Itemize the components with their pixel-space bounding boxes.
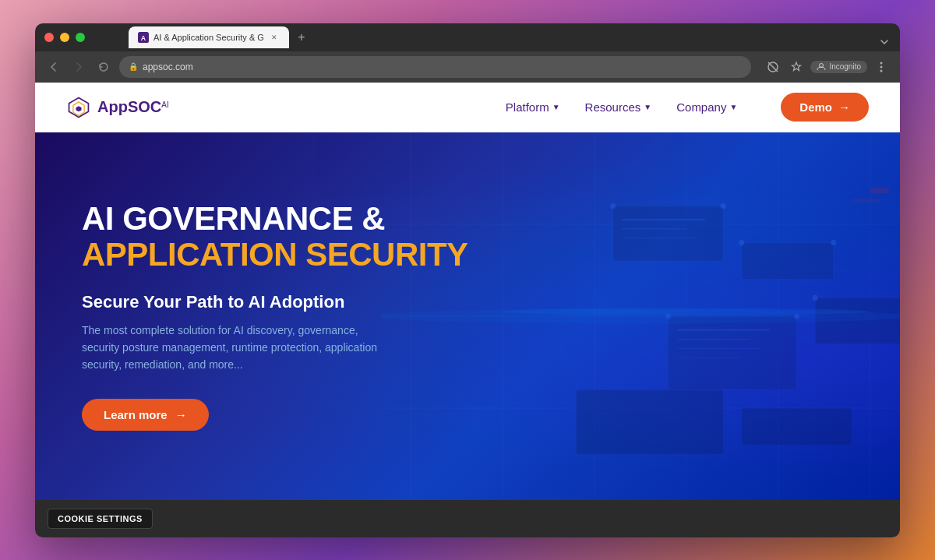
svg-point-6	[880, 65, 883, 68]
browser-window: A AI & Application Security & G ✕ +	[35, 23, 900, 537]
tab-close-button[interactable]: ✕	[269, 32, 280, 43]
tab-title: AI & Application Security & G	[153, 33, 264, 42]
back-button[interactable]	[44, 58, 63, 76]
cookie-settings-button[interactable]: COOKIE SETTINGS	[48, 509, 153, 529]
svg-text:A: A	[141, 33, 146, 41]
logo-sup: AI	[161, 100, 168, 109]
logo-text: AppSOCAI	[97, 98, 169, 116]
title-bar: A AI & Application Security & G ✕ +	[35, 23, 900, 51]
svg-point-40	[813, 294, 818, 300]
cookie-bar: COOKIE SETTINGS	[35, 500, 900, 537]
star-icon[interactable]	[787, 58, 806, 76]
reload-button[interactable]	[94, 58, 113, 76]
chevron-down-icon	[878, 36, 891, 48]
learn-more-button[interactable]: Learn more →	[82, 399, 209, 431]
svg-rect-30	[870, 187, 889, 192]
tab-favicon: A	[138, 32, 149, 43]
platform-nav-item[interactable]: Platform ▼	[506, 100, 560, 114]
svg-rect-31	[852, 198, 879, 202]
forward-button[interactable]	[69, 58, 88, 76]
site-nav: AppSOCAI Platform ▼ Resources ▼ Company …	[35, 83, 900, 132]
resources-nav-item[interactable]: Resources ▼	[585, 100, 652, 114]
tab-bar: A AI & Application Security & G ✕ +	[91, 26, 891, 48]
address-bar-row: 🔒 appsoc.com	[35, 51, 900, 83]
demo-arrow-icon: →	[838, 100, 850, 114]
minimize-button[interactable]	[60, 33, 69, 42]
hero-description: The most complete solution for AI discov…	[82, 322, 378, 374]
browser-chrome: A AI & Application Security & G ✕ +	[35, 23, 900, 83]
nav-links: Platform ▼ Resources ▼ Company ▼ Demo →	[506, 93, 869, 122]
new-tab-button[interactable]: +	[291, 26, 312, 48]
svg-rect-21	[576, 389, 723, 454]
platform-chevron-icon: ▼	[552, 103, 560, 111]
company-nav-item[interactable]: Company ▼	[676, 100, 737, 114]
address-text: appsoc.com	[143, 62, 193, 72]
hero-section: AI GOVERNANCE & APPLICATION SECURITY Sec…	[35, 132, 900, 500]
svg-point-5	[880, 62, 883, 64]
svg-rect-22	[742, 408, 852, 445]
incognito-label: Incognito	[829, 62, 861, 71]
svg-point-37	[831, 240, 836, 245]
learn-more-arrow-icon: →	[175, 408, 187, 421]
active-tab[interactable]: A AI & Application Security & G ✕	[129, 26, 289, 48]
hero-title-line2: APPLICATION SECURITY	[82, 237, 468, 273]
demo-button[interactable]: Demo →	[781, 93, 869, 122]
close-button[interactable]	[44, 33, 54, 42]
svg-point-35	[721, 203, 726, 208]
svg-point-34	[610, 203, 616, 208]
incognito-badge: Incognito	[810, 61, 867, 73]
svg-point-7	[880, 69, 883, 72]
logo-icon	[66, 95, 91, 120]
page-content: AppSOCAI Platform ▼ Resources ▼ Company …	[35, 83, 900, 537]
hero-subtitle: Secure Your Path to AI Adoption	[82, 292, 468, 312]
resources-chevron-icon: ▼	[644, 103, 651, 111]
hero-content: AI GOVERNANCE & APPLICATION SECURITY Sec…	[82, 201, 468, 431]
hero-title-line1: AI GOVERNANCE &	[82, 201, 468, 237]
svg-rect-19	[668, 316, 796, 389]
maximize-button[interactable]	[76, 33, 85, 42]
company-chevron-icon: ▼	[729, 103, 737, 111]
svg-rect-18	[742, 242, 834, 279]
logo-area: AppSOCAI	[66, 95, 506, 120]
svg-point-38	[665, 313, 671, 319]
svg-rect-17	[613, 206, 724, 261]
svg-point-36	[739, 240, 744, 245]
svg-point-39	[794, 313, 799, 319]
more-options-button[interactable]	[872, 58, 891, 76]
browser-actions: Incognito	[764, 58, 891, 76]
svg-point-33	[503, 308, 870, 315]
lock-icon: 🔒	[129, 62, 138, 71]
privacy-icon	[764, 58, 782, 76]
address-bar[interactable]: 🔒 appsoc.com	[119, 56, 751, 78]
